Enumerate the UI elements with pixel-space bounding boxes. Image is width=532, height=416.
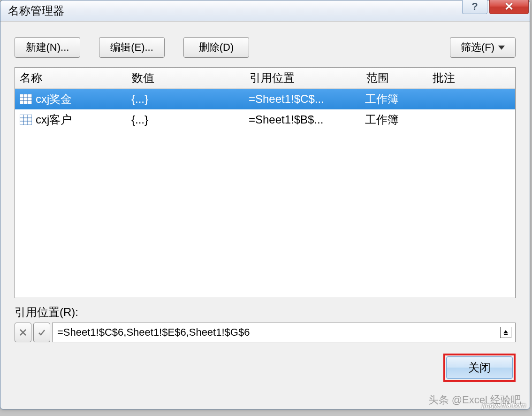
help-button[interactable]: ? xyxy=(462,0,487,14)
defined-name-icon xyxy=(20,115,32,125)
new-button-label: 新建(N)... xyxy=(26,40,69,54)
close-icon: ✕ xyxy=(504,0,514,13)
confirm-ref-button[interactable] xyxy=(33,323,50,342)
svg-marker-12 xyxy=(503,330,508,333)
list-row[interactable]: cxj客户 {...} =Sheet1!$B$... 工作簿 xyxy=(15,109,515,130)
close-button-highlight: 关闭 xyxy=(443,354,516,382)
svg-rect-13 xyxy=(504,334,508,335)
titlebar[interactable]: 名称管理器 ? ✕ xyxy=(0,0,530,22)
cell-value: {...} xyxy=(127,113,244,126)
refers-to-section: 引用位置(R): xyxy=(15,305,516,342)
refers-to-input-wrap xyxy=(52,323,516,342)
row-name-text: cxj奖金 xyxy=(36,92,72,107)
cell-scope: 工作簿 xyxy=(360,112,426,127)
edit-button-label: 编辑(E)... xyxy=(110,40,153,54)
window-close-button[interactable]: ✕ xyxy=(489,0,529,14)
cell-value: {...} xyxy=(127,92,244,106)
cell-name: cxj客户 xyxy=(15,112,127,127)
defined-name-icon xyxy=(20,94,32,104)
window-controls: ? ✕ xyxy=(462,0,529,14)
filter-button[interactable]: 筛选(F) xyxy=(450,37,516,58)
delete-button-label: 删除(D) xyxy=(199,40,234,54)
header-ref[interactable]: 引用位置 xyxy=(245,68,362,88)
header-scope[interactable]: 范围 xyxy=(362,68,428,88)
toolbar: 新建(N)... 编辑(E)... 删除(D) 筛选(F) xyxy=(7,26,523,67)
cancel-ref-button[interactable] xyxy=(15,323,31,342)
cell-scope: 工作簿 xyxy=(360,92,426,107)
new-button[interactable]: 新建(N)... xyxy=(15,37,80,58)
svg-rect-0 xyxy=(20,94,32,104)
refers-to-label: 引用位置(R): xyxy=(15,305,516,320)
refers-to-input[interactable] xyxy=(56,326,500,339)
filter-button-label: 筛选(F) xyxy=(461,40,494,54)
watermark-url: jingyanla.com xyxy=(482,401,526,409)
check-icon xyxy=(38,328,46,337)
cell-name: cxj奖金 xyxy=(15,92,127,107)
edit-button[interactable]: 编辑(E)... xyxy=(99,37,165,58)
dialog-body: 新建(N)... 编辑(E)... 删除(D) 筛选(F) 名称 数值 引用位置… xyxy=(7,26,523,402)
x-icon xyxy=(19,328,27,337)
chevron-down-icon xyxy=(498,46,505,50)
header-value[interactable]: 数值 xyxy=(127,68,245,88)
list-row[interactable]: cxj奖金 {...} =Sheet1!$C$... 工作簿 xyxy=(15,89,515,109)
close-button-label: 关闭 xyxy=(468,360,491,375)
collapse-dialog-button[interactable] xyxy=(500,327,511,338)
cell-ref: =Sheet1!$B$... xyxy=(244,113,360,126)
header-name[interactable]: 名称 xyxy=(15,68,127,88)
dialog-footer: 关闭 xyxy=(7,342,523,382)
close-button[interactable]: 关闭 xyxy=(446,356,513,379)
cell-ref: =Sheet1!$C$... xyxy=(244,92,360,106)
row-name-text: cxj客户 xyxy=(36,112,72,127)
names-list[interactable]: 名称 数值 引用位置 范围 批注 cxj奖金 {...} xyxy=(15,67,516,298)
help-icon: ? xyxy=(471,0,478,13)
name-manager-dialog: 名称管理器 ? ✕ 新建(N)... 编辑(E)... 删除(D) 筛选(F) xyxy=(0,0,530,409)
header-comment[interactable]: 批注 xyxy=(428,68,515,88)
refers-to-row xyxy=(15,323,516,342)
list-header[interactable]: 名称 数值 引用位置 范围 批注 xyxy=(15,68,515,89)
collapse-icon xyxy=(502,329,509,336)
window-title: 名称管理器 xyxy=(0,3,64,18)
svg-rect-5 xyxy=(20,115,32,125)
delete-button[interactable]: 删除(D) xyxy=(183,37,249,58)
